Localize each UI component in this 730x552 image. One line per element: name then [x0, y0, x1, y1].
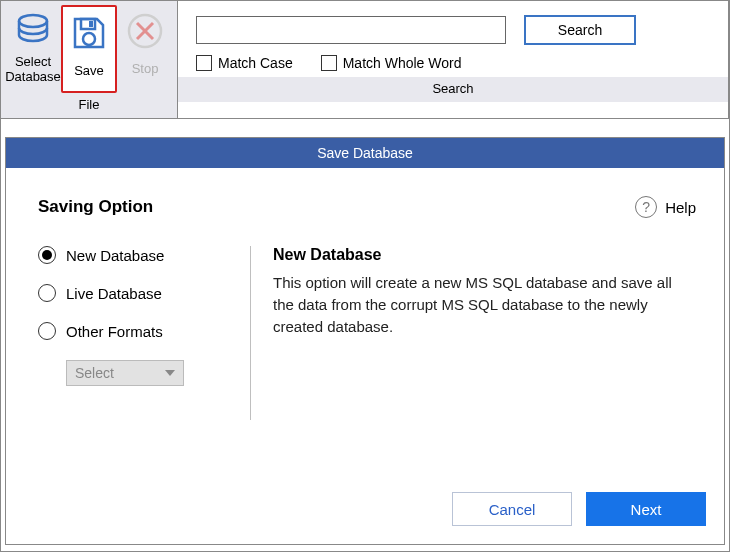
help-label: Help	[665, 199, 696, 216]
app-window: Select Database Save	[0, 0, 730, 552]
match-case-label: Match Case	[218, 55, 293, 71]
save-icon	[67, 11, 111, 55]
dialog-header-row: Saving Option ? Help	[38, 196, 696, 218]
radio-icon	[38, 322, 56, 340]
file-buttons: Select Database Save	[1, 1, 177, 93]
cancel-button[interactable]: Cancel	[452, 492, 572, 526]
checkbox-icon	[321, 55, 337, 71]
dialog-content: New Database Live Database Other Formats…	[38, 240, 696, 470]
match-whole-word-checkbox[interactable]: Match Whole Word	[321, 55, 462, 71]
help-icon: ?	[635, 196, 657, 218]
ribbon: Select Database Save	[1, 1, 729, 119]
ribbon-group-search: Search Match Case Match Whole Word Searc…	[178, 1, 729, 118]
format-select[interactable]: Select	[66, 360, 184, 386]
chevron-down-icon	[165, 370, 175, 376]
radio-label: Live Database	[66, 285, 162, 302]
match-whole-label: Match Whole Word	[343, 55, 462, 71]
radio-icon	[38, 246, 56, 264]
select-placeholder: Select	[75, 365, 114, 381]
search-options: Match Case Match Whole Word	[178, 49, 728, 77]
radio-icon	[38, 284, 56, 302]
stop-icon	[123, 9, 167, 53]
dialog-heading: Saving Option	[38, 197, 153, 217]
svg-rect-2	[89, 21, 93, 27]
description-column: New Database This option will create a n…	[273, 240, 696, 470]
dialog-title: Save Database	[6, 138, 724, 168]
next-button[interactable]: Next	[586, 492, 706, 526]
radio-other-formats[interactable]: Other Formats	[38, 322, 250, 340]
stop-button: Stop	[117, 5, 173, 93]
save-button[interactable]: Save	[61, 5, 117, 93]
svg-point-3	[83, 33, 95, 45]
database-icon	[11, 9, 55, 53]
radio-live-database[interactable]: Live Database	[38, 284, 250, 302]
help-button[interactable]: ? Help	[635, 196, 696, 218]
file-group-caption: File	[1, 93, 177, 118]
dialog-body: Saving Option ? Help New Database Live D…	[6, 168, 724, 478]
search-group-caption: Search	[178, 77, 728, 102]
save-database-dialog: Save Database Saving Option ? Help New D…	[5, 137, 725, 545]
select-database-label: Select Database	[5, 55, 61, 85]
description-title: New Database	[273, 246, 696, 264]
save-label: Save	[74, 57, 104, 87]
options-column: New Database Live Database Other Formats…	[38, 240, 250, 470]
dialog-footer: Cancel Next	[6, 478, 724, 544]
match-case-checkbox[interactable]: Match Case	[196, 55, 293, 71]
radio-new-database[interactable]: New Database	[38, 246, 250, 264]
radio-label: New Database	[66, 247, 164, 264]
svg-point-0	[19, 15, 47, 27]
select-database-button[interactable]: Select Database	[5, 5, 61, 93]
search-row: Search	[178, 1, 728, 49]
ribbon-group-file: Select Database Save	[1, 1, 178, 118]
search-button[interactable]: Search	[524, 15, 636, 45]
description-text: This option will create a new MS SQL dat…	[273, 272, 696, 337]
stop-label: Stop	[132, 55, 159, 85]
vertical-divider	[250, 246, 251, 420]
radio-label: Other Formats	[66, 323, 163, 340]
search-input[interactable]	[196, 16, 506, 44]
checkbox-icon	[196, 55, 212, 71]
